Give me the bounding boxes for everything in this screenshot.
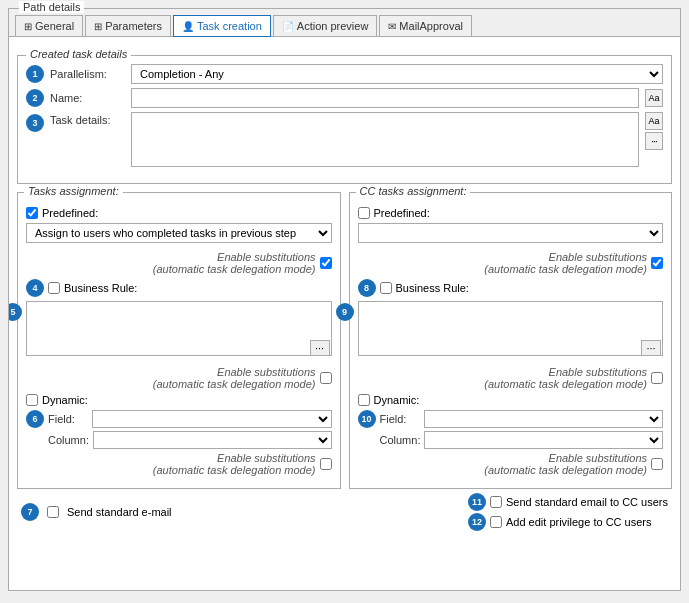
translate-symbol: Aa — [648, 93, 659, 103]
cc-predefined-checkbox[interactable] — [358, 207, 370, 219]
cc-enable-sub-row-1: Enable substitutions (automatic task del… — [358, 251, 664, 275]
enable-sub-checkbox-1[interactable] — [320, 257, 332, 269]
dots-symbol: ··· — [651, 136, 656, 147]
predefined-checkbox[interactable] — [26, 207, 38, 219]
add-edit-row: 12 Add edit privilege to CC users — [468, 513, 652, 531]
cc-column-label: Column: — [380, 434, 421, 446]
enable-sub-label-3: Enable substitutions (automatic task del… — [153, 452, 316, 476]
business-rule-row: 4 Business Rule: — [26, 279, 332, 297]
parallelism-select[interactable]: Completion - Any — [131, 64, 663, 84]
badge-5: 5 — [9, 303, 22, 321]
task-details-textarea[interactable] — [131, 112, 639, 167]
badge-7: 7 — [21, 503, 39, 521]
badge-9: 9 — [336, 303, 354, 321]
enable-sub-checkbox-3[interactable] — [320, 458, 332, 470]
enable-sub-row-3: Enable substitutions (automatic task del… — [26, 452, 332, 476]
tab-action-preview[interactable]: 📄 Action preview — [273, 15, 378, 36]
cc-enable-sub-checkbox-3[interactable] — [651, 458, 663, 470]
tab-parameters-label: Parameters — [105, 20, 162, 32]
business-rule-textarea[interactable] — [26, 301, 332, 356]
main-container: Path details ⊞ General ⊞ Parameters 👤 Ta… — [0, 0, 689, 603]
enable-sub-row-1: Enable substitutions (automatic task del… — [26, 251, 332, 275]
task-details-row: 3 Task details: Aa ··· — [26, 112, 663, 169]
cc-enable-sub-row-3: Enable substitutions (automatic task del… — [358, 452, 664, 476]
field-label-left: Field: — [48, 413, 88, 425]
add-edit-label: Add edit privilege to CC users — [506, 516, 652, 528]
badge-12: 12 — [468, 513, 486, 531]
cc-business-rule-textarea-wrapper: 9 ··· — [358, 301, 664, 362]
column-select-left[interactable] — [93, 431, 332, 449]
tab-mail-approval[interactable]: ✉ MailApproval — [379, 15, 472, 36]
task-details-dots-icon[interactable]: ··· — [645, 132, 663, 150]
tab-general-label: General — [35, 20, 74, 32]
task-details-label: Task details: — [50, 114, 125, 126]
business-rule-more-btn[interactable]: ··· — [310, 340, 330, 356]
business-rule-checkbox[interactable] — [48, 282, 60, 294]
name-translate-icon[interactable]: Aa — [645, 89, 663, 107]
user-icon: 👤 — [182, 21, 194, 32]
predefined-label: Predefined: — [42, 207, 98, 219]
two-cols-section: Tasks assignment: Predefined: Assign to … — [17, 192, 672, 489]
task-details-translate-icon[interactable]: Aa — [645, 112, 663, 130]
tab-parameters[interactable]: ⊞ Parameters — [85, 15, 171, 36]
badge-2: 2 — [26, 89, 44, 107]
name-input[interactable] — [131, 88, 639, 108]
cc-business-rule-row: 8 Business Rule: — [358, 279, 664, 297]
cc-business-rule-textarea[interactable] — [358, 301, 664, 356]
cc-enable-sub-row-2: Enable substitutions (automatic task del… — [358, 366, 664, 390]
cc-assign-select[interactable] — [358, 223, 664, 243]
send-cc-checkbox[interactable] — [490, 496, 502, 508]
cc-field-select[interactable] — [424, 410, 664, 428]
cc-column-select[interactable] — [424, 431, 663, 449]
column-label-left: Column: — [48, 434, 89, 446]
badge-10: 10 — [358, 410, 376, 428]
cc-enable-sub-checkbox-1[interactable] — [651, 257, 663, 269]
cc-field-row: 10 Field: — [358, 410, 664, 428]
dynamic-label: Dynamic: — [42, 394, 88, 406]
mail-icon: ✉ — [388, 21, 396, 32]
cc-enable-sub-label-1: Enable substitutions (automatic task del… — [484, 251, 647, 275]
assign-select[interactable]: Assign to users who completed tasks in p… — [26, 223, 332, 243]
enable-sub-checkbox-2[interactable] — [320, 372, 332, 384]
cc-enable-sub-checkbox-2[interactable] — [651, 372, 663, 384]
cc-more-dots-icon: ··· — [646, 342, 655, 354]
cc-business-rule-label: Business Rule: — [396, 282, 469, 294]
cc-predefined-checkbox-row: Predefined: — [358, 207, 664, 219]
send-cc-label: Send standard email to CC users — [506, 496, 668, 508]
badge-8: 8 — [358, 279, 376, 297]
predefined-checkbox-row: Predefined: — [26, 207, 332, 219]
tabs-row: ⊞ General ⊞ Parameters 👤 Task creation 📄… — [9, 9, 680, 37]
add-edit-checkbox[interactable] — [490, 516, 502, 528]
cc-assign-select-wrapper — [358, 223, 664, 247]
business-rule-textarea-wrapper: 5 ··· — [26, 301, 332, 362]
tab-general[interactable]: ⊞ General — [15, 15, 83, 36]
tab-mail-approval-label: MailApproval — [399, 20, 463, 32]
dynamic-checkbox[interactable] — [26, 394, 38, 406]
send-cc-row: 11 Send standard email to CC users — [468, 493, 668, 511]
cc-predefined-label: Predefined: — [374, 207, 430, 219]
tasks-assignment-col: Tasks assignment: Predefined: Assign to … — [17, 192, 341, 489]
cc-column-row: Column: — [358, 431, 664, 449]
cc-business-rule-more-btn[interactable]: ··· — [641, 340, 661, 356]
path-details-group: Path details ⊞ General ⊞ Parameters 👤 Ta… — [8, 8, 681, 591]
bottom-row: 7 Send standard e-mail 11 Send standard … — [17, 493, 672, 531]
tab-action-preview-label: Action preview — [297, 20, 369, 32]
created-task-legend: Created task details — [26, 48, 131, 60]
name-label: Name: — [50, 92, 125, 104]
doc-icon: 📄 — [282, 21, 294, 32]
parallelism-label: Parallelism: — [50, 68, 125, 80]
cc-dynamic-checkbox[interactable] — [358, 394, 370, 406]
assign-select-wrapper: Assign to users who completed tasks in p… — [26, 223, 332, 247]
grid-icon: ⊞ — [24, 21, 32, 32]
send-email-checkbox[interactable] — [47, 506, 59, 518]
field-select-left[interactable] — [92, 410, 332, 428]
badge-6: 6 — [26, 410, 44, 428]
tasks-assignment-legend: Tasks assignment: — [24, 185, 123, 197]
badge-4: 4 — [26, 279, 44, 297]
cc-tasks-assignment-col: CC tasks assignment: Predefined: — [349, 192, 673, 489]
cc-field-label: Field: — [380, 413, 420, 425]
dynamic-row: Dynamic: — [26, 394, 332, 406]
tab-task-creation[interactable]: 👤 Task creation — [173, 15, 271, 37]
cc-dynamic-row: Dynamic: — [358, 394, 664, 406]
cc-business-rule-checkbox[interactable] — [380, 282, 392, 294]
